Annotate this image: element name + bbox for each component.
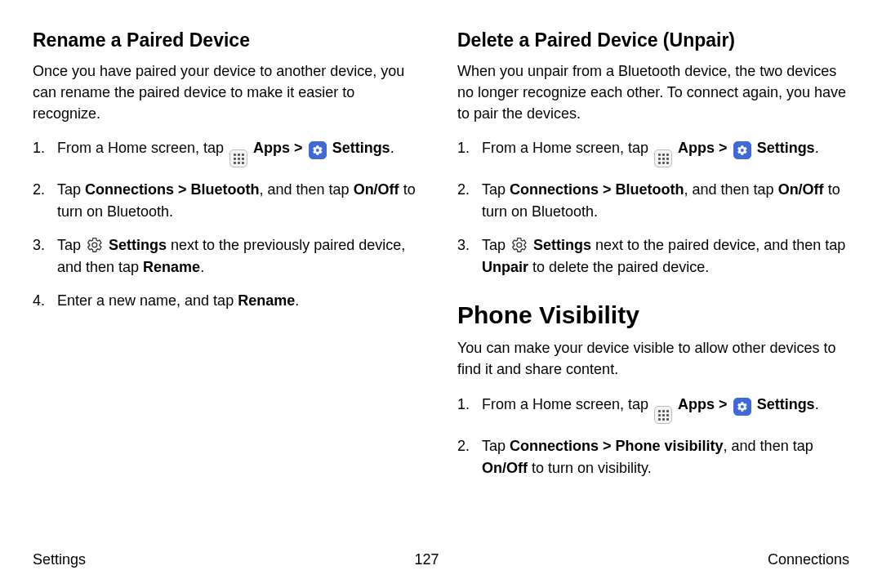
step-2: Tap Connections > Phone visibility, and … [457,435,849,479]
bold: Connections > Bluetooth [85,181,260,198]
intro-rename: Once you have paired your device to anot… [33,60,425,124]
text: Tap [57,181,85,198]
bold: On/Off [778,181,824,198]
text: . [200,259,204,275]
apps-icon [654,406,672,424]
text: Tap [482,438,510,454]
apps-icon [229,149,247,167]
text: Tap [482,237,510,253]
bold: Connections > Bluetooth [510,181,684,198]
text: Enter a new name, and tap [57,292,238,309]
text: to turn on visibility. [528,460,652,476]
bold: Rename [143,259,200,275]
apps-label: Apps [678,140,715,156]
bold: Unpair [482,259,528,275]
step-4: Enter a new name, and tap Rename. [33,290,425,312]
bold: Settings [109,237,167,253]
period: . [815,140,819,156]
settings-icon [733,398,751,416]
step-3: Tap Settings next to the paired device, … [457,234,849,278]
bold: On/Off [482,460,528,476]
apps-label: Apps [678,396,715,412]
text: , and then tap [684,181,778,198]
separator: > [290,140,307,156]
text: From a Home screen, tap [482,140,653,156]
bold: On/Off [354,181,399,198]
text: next to the paired device, and then tap [591,237,845,253]
text: . [295,292,299,309]
apps-icon [654,149,672,167]
gear-icon [87,237,103,253]
steps-delete: From a Home screen, tap Apps > Settings.… [457,137,849,279]
text: Tap [482,181,510,198]
settings-icon [309,141,327,159]
separator: > [715,140,732,156]
text: to delete the paired device. [528,259,709,275]
settings-label: Settings [757,140,815,156]
footer-left: Settings [33,551,86,568]
gear-icon [511,237,528,253]
intro-delete: When you unpair from a Bluetooth device,… [457,60,849,124]
bold: Rename [238,292,295,309]
step-2: Tap Connections > Bluetooth, and then ta… [457,179,849,223]
heading-rename: Rename a Paired Device [33,29,425,52]
text: From a Home screen, tap [57,140,228,156]
separator: > [715,396,732,412]
footer-page-number: 127 [414,551,439,568]
settings-label: Settings [332,140,390,156]
text: From a Home screen, tap [482,396,653,412]
bold: Connections > Phone visibility [510,438,724,454]
text: Tap [57,237,85,253]
settings-icon [733,141,751,159]
heading-phone-visibility: Phone Visibility [457,301,849,329]
bold: Settings [533,237,591,253]
footer-right: Connections [768,551,849,568]
step-3: Tap Settings next to the previously pair… [33,234,425,278]
right-column: Delete a Paired Device (Unpair) When you… [457,29,849,491]
period: . [390,140,394,156]
intro-phone-visibility: You can make your device visible to allo… [457,337,849,380]
text: , and then tap [260,181,354,198]
steps-phone-visibility: From a Home screen, tap Apps > Settings.… [457,394,849,480]
page-footer: Settings 127 Connections [33,551,849,568]
step-1: From a Home screen, tap Apps > Settings. [457,394,849,425]
step-1: From a Home screen, tap Apps > Settings. [457,137,849,168]
left-column: Rename a Paired Device Once you have pai… [33,29,425,491]
text: , and then tap [724,438,813,454]
heading-delete: Delete a Paired Device (Unpair) [457,29,849,52]
period: . [815,396,819,412]
step-2: Tap Connections > Bluetooth, and then ta… [33,179,425,223]
settings-label: Settings [757,396,815,412]
apps-label: Apps [253,140,290,156]
steps-rename: From a Home screen, tap Apps > Settings.… [33,137,425,313]
content-columns: Rename a Paired Device Once you have pai… [33,29,849,491]
step-1: From a Home screen, tap Apps > Settings. [33,137,425,168]
